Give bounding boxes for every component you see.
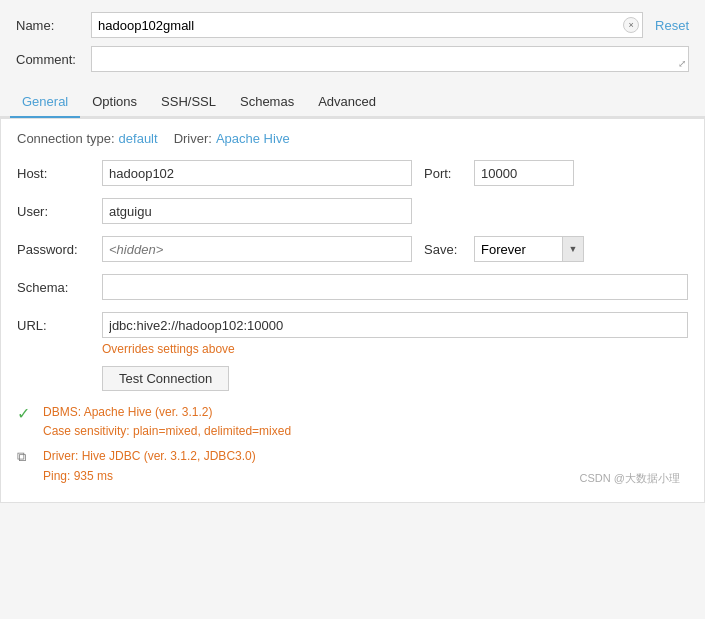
- status-block-copy: ⧉ Driver: Hive JDBC (ver. 3.1.2, JDBC3.0…: [17, 447, 291, 485]
- name-label: Name:: [16, 18, 91, 33]
- conn-type-row: Connection type: default Driver: Apache …: [17, 131, 688, 146]
- name-input-wrapper: ×: [91, 12, 643, 38]
- status-text-2: Driver: Hive JDBC (ver. 3.1.2, JDBC3.0) …: [43, 447, 256, 485]
- url-row: URL:: [17, 312, 688, 338]
- host-label: Host:: [17, 166, 102, 181]
- port-label: Port:: [424, 166, 474, 181]
- driver-value: Apache Hive: [216, 131, 290, 146]
- clear-button[interactable]: ×: [623, 17, 639, 33]
- user-input[interactable]: [102, 198, 412, 224]
- driver-label: Driver:: [174, 131, 212, 146]
- password-row: Password: Save: Forever Session Never Pr…: [17, 236, 688, 262]
- content-area: Connection type: default Driver: Apache …: [0, 118, 705, 503]
- reset-button[interactable]: Reset: [655, 18, 689, 33]
- user-row: User:: [17, 198, 688, 224]
- comment-input-wrapper: ⤢: [91, 46, 689, 72]
- tab-options[interactable]: Options: [80, 88, 149, 118]
- user-label: User:: [17, 204, 102, 219]
- host-row: Host: Port:: [17, 160, 688, 186]
- conn-type-value: default: [119, 131, 158, 146]
- status-text: DBMS: Apache Hive (ver. 3.1.2) Case sens…: [43, 403, 291, 441]
- status-line4: Ping: 935 ms: [43, 467, 256, 486]
- comment-label: Comment:: [16, 52, 91, 67]
- name-input[interactable]: [91, 12, 643, 38]
- test-connection-button[interactable]: Test Connection: [102, 366, 229, 391]
- status-block-check: ✓ DBMS: Apache Hive (ver. 3.1.2) Case se…: [17, 403, 291, 441]
- tabs-bar: General Options SSH/SSL Schemas Advanced: [0, 88, 705, 118]
- url-input[interactable]: [102, 312, 688, 338]
- url-hint: Overrides settings above: [102, 342, 688, 356]
- tab-general[interactable]: General: [10, 88, 80, 118]
- status-line3: Driver: Hive JDBC (ver. 3.1.2, JDBC3.0): [43, 447, 256, 466]
- tab-ssh-ssl[interactable]: SSH/SSL: [149, 88, 228, 118]
- status-section: ✓ DBMS: Apache Hive (ver. 3.1.2) Case se…: [17, 403, 688, 490]
- status-line1: DBMS: Apache Hive (ver. 3.1.2): [43, 403, 291, 422]
- port-input[interactable]: [474, 160, 574, 186]
- save-select[interactable]: Forever Session Never Prompt: [474, 236, 584, 262]
- status-line2: Case sensitivity: plain=mixed, delimited…: [43, 422, 291, 441]
- host-input[interactable]: [102, 160, 412, 186]
- copy-icon: ⧉: [17, 449, 39, 465]
- password-input[interactable]: [102, 236, 412, 262]
- watermark: CSDN @大数据小理: [580, 471, 688, 490]
- password-label: Password:: [17, 242, 102, 257]
- tab-schemas[interactable]: Schemas: [228, 88, 306, 118]
- tab-advanced[interactable]: Advanced: [306, 88, 388, 118]
- schema-row: Schema:: [17, 274, 688, 300]
- save-label: Save:: [424, 242, 474, 257]
- schema-label: Schema:: [17, 280, 102, 295]
- save-select-wrapper: Forever Session Never Prompt ▼: [474, 236, 584, 262]
- url-label: URL:: [17, 318, 102, 333]
- comment-input[interactable]: [91, 46, 689, 72]
- check-icon: ✓: [17, 404, 39, 423]
- schema-input[interactable]: [102, 274, 688, 300]
- conn-type-label: Connection type:: [17, 131, 115, 146]
- expand-icon[interactable]: ⤢: [678, 58, 686, 69]
